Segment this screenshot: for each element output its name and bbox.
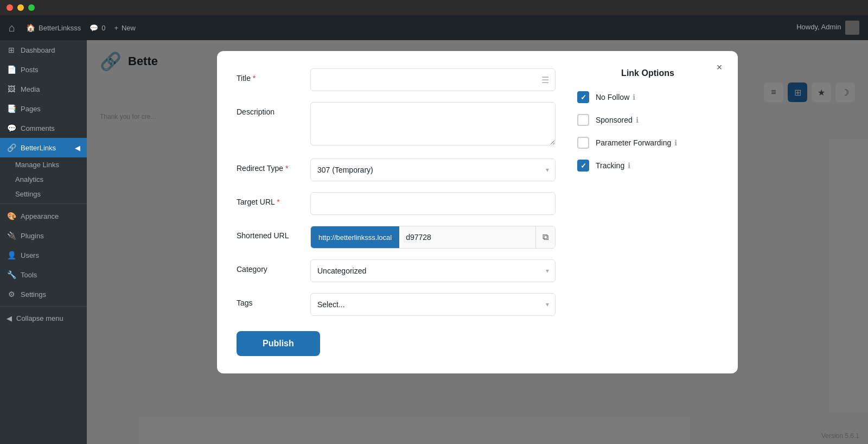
sidebar-item-comments[interactable]: 💬 Comments [0,118,87,138]
modal-overlay: × Title * ☰ [87,40,868,444]
sidebar-item-label: Plugins [21,232,44,240]
sponsored-label: Sponsored ℹ [596,116,639,124]
sidebar-item-label: Users [21,251,39,259]
tags-select[interactable]: Select... [310,293,556,316]
category-row: Category Uncategorized ▾ [237,259,556,282]
titlebar [0,0,868,15]
minimize-traffic-light[interactable] [17,4,24,11]
sidebar-item-label: Posts [21,66,39,74]
tracking-checkbox[interactable]: ✓ [577,160,589,172]
main-content: 🔗 Bette ≡ ⊞ ★ ☽ × [87,40,868,444]
sidebar-item-pages[interactable]: 📑 Pages [0,99,87,118]
tracking-info-icon[interactable]: ℹ [628,161,630,170]
sidebar-sub-analytics[interactable]: Analytics [0,172,87,187]
close-icon: × [717,62,723,73]
plus-icon: + [114,24,118,32]
sponsored-checkbox[interactable] [577,114,589,126]
sidebar-item-label: Dashboard [21,46,55,54]
sidebar-item-label: Comments [21,124,55,132]
description-row: Description [237,102,556,148]
new-item[interactable]: + New [114,24,136,32]
title-input-wrap: ☰ [310,68,556,91]
link-options-title: Link Options [577,68,718,78]
app-layout: ⊞ Dashboard 📄 Posts 🖼 Media 📑 Pages 💬 Co… [0,40,868,444]
shortened-url-wrap: http://betterlinksss.local ⧉ [310,226,556,249]
parameter-forwarding-option: Parameter Forwarding ℹ [577,137,718,149]
sidebar-item-label: Tools [21,271,37,279]
target-url-input[interactable] [310,192,556,215]
comments-item[interactable]: 💬 0 [90,24,105,32]
description-label: Description [237,102,302,116]
sidebar-item-label: Appearance [21,212,59,220]
posts-icon: 📄 [7,65,16,74]
redirect-required: * [283,164,288,173]
sidebar-item-users[interactable]: 👤 Users [0,245,87,265]
description-input-wrap [310,102,556,148]
publish-button[interactable]: Publish [237,331,320,356]
title-label: Title * [237,68,302,83]
site-name: BetterLinksss [39,24,81,32]
sidebar-item-label: Settings [21,290,46,299]
collapse-label: Collapse menu [16,314,63,322]
tags-label: Tags [237,293,302,307]
sponsored-info-icon[interactable]: ℹ [636,116,639,124]
tags-row: Tags Select... ▾ [237,293,556,316]
check-icon: ✓ [580,162,586,170]
sidebar-item-settings[interactable]: ⚙ Settings [0,284,87,304]
fullscreen-traffic-light[interactable] [28,4,35,11]
title-input[interactable] [310,68,556,91]
modal-close-button[interactable]: × [712,60,727,75]
category-select[interactable]: Uncategorized [310,259,556,282]
title-end-icon: ☰ [541,75,549,85]
target-url-row: Target URL * [237,192,556,215]
sidebar-item-appearance[interactable]: 🎨 Appearance [0,206,87,226]
avatar [845,21,859,35]
sidebar-item-dashboard[interactable]: ⊞ Dashboard [0,40,87,60]
sidebar-item-media[interactable]: 🖼 Media [0,79,87,99]
sidebar-sub-settings[interactable]: Settings [0,187,87,201]
sidebar-item-plugins[interactable]: 🔌 Plugins [0,226,87,245]
sidebar-sub-manage-links[interactable]: Manage Links [0,157,87,172]
redirect-type-wrap: 301 (Permanent) 302 (Temporary) 307 (Tem… [310,158,556,181]
appearance-icon: 🎨 [7,212,16,220]
sidebar-item-label: Media [21,85,40,93]
redirect-type-select-wrap: 301 (Permanent) 302 (Temporary) 307 (Tem… [310,158,556,181]
shortened-url-label: Shortened URL [237,226,302,240]
shortened-url-slug-input[interactable] [399,226,535,248]
category-label: Category [237,259,302,274]
site-name-item[interactable]: 🏠 BetterLinksss [26,23,81,32]
target-required: * [275,198,279,206]
title-row: Title * ☰ [237,68,556,91]
sidebar-divider-2 [0,306,87,307]
new-label: New [122,24,136,32]
category-select-wrap: Uncategorized ▾ [310,259,556,282]
close-traffic-light[interactable] [7,4,13,11]
sidebar-item-betterlinks[interactable]: 🔗 BetterLinks ◀ [0,138,87,157]
description-input[interactable] [310,102,556,145]
target-url-wrap [310,192,556,215]
modal: × Title * ☰ [217,51,738,373]
sidebar: ⊞ Dashboard 📄 Posts 🖼 Media 📑 Pages 💬 Co… [0,40,87,444]
collapse-icon: ◀ [7,314,12,322]
pages-icon: 📑 [7,104,16,113]
parameter-forwarding-label: Parameter Forwarding ℹ [596,138,677,147]
shortened-url-row: Shortened URL http://betterlinksss.local… [237,226,556,249]
no-follow-info-icon[interactable]: ℹ [633,93,635,102]
modal-form: Title * ☰ Des [237,68,556,356]
collapse-menu-button[interactable]: ◀ Collapse menu [0,309,87,328]
redirect-type-select[interactable]: 301 (Permanent) 302 (Temporary) 307 (Tem… [310,158,556,181]
tracking-option: ✓ Tracking ℹ [577,160,718,172]
target-url-label: Target URL * [237,192,302,206]
no-follow-label: No Follow ℹ [596,93,635,102]
redirect-type-row: Redirect Type * 301 (Permanent) 302 (Tem… [237,158,556,181]
sidebar-item-posts[interactable]: 📄 Posts [0,60,87,79]
check-icon: ✓ [580,93,586,102]
comments-icon: 💬 [90,24,98,32]
copy-url-button[interactable]: ⧉ [535,226,555,248]
no-follow-checkbox[interactable]: ✓ [577,91,589,103]
parameter-forwarding-checkbox[interactable] [577,137,589,149]
dashboard-icon: ⊞ [7,46,16,54]
parameter-forwarding-info-icon[interactable]: ℹ [674,138,677,147]
sidebar-item-tools[interactable]: 🔧 Tools [0,265,87,284]
link-options-panel: Link Options ✓ No Follow ℹ [577,68,718,356]
